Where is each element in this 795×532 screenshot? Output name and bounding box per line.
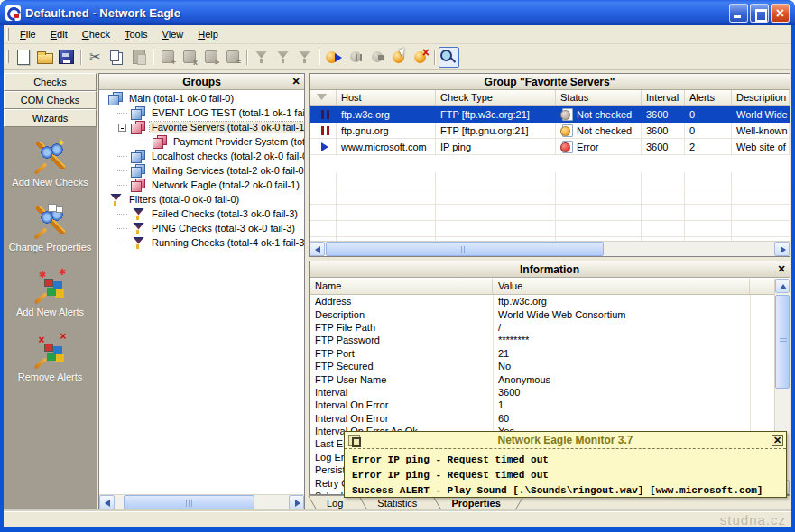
tree-item[interactable]: Favorite Servers (total-3 ok-0 fail-1) <box>99 120 304 134</box>
info-row[interactable]: FTP Port 21 <box>310 347 774 360</box>
sidebar-tab[interactable]: Checks <box>4 73 97 91</box>
tree-expander[interactable] <box>139 137 149 147</box>
start-check-button[interactable] <box>200 47 221 68</box>
menu-item[interactable]: View <box>155 26 191 42</box>
delete-check-button[interactable] <box>179 47 199 68</box>
maximize-button[interactable] <box>750 4 769 23</box>
column-filter-icon[interactable] <box>310 90 337 105</box>
check-row[interactable]: www.microsoft.com IP ping Error 3600 2 W… <box>310 139 790 155</box>
menu-item[interactable]: Check <box>75 26 117 42</box>
sidebar-action[interactable]: Add New Checks <box>4 142 97 188</box>
run-all-button[interactable] <box>323 47 344 68</box>
scroll-up-icon[interactable] <box>775 279 790 293</box>
sidebar-action[interactable]: Change Properties <box>4 206 97 252</box>
new-check-button[interactable] <box>157 47 178 68</box>
tree-expander[interactable] <box>117 151 127 161</box>
menu-gripper[interactable] <box>6 28 9 41</box>
close-button[interactable] <box>771 4 790 23</box>
tree-item[interactable]: Localhost checks (total-2 ok-0 fail-0) <box>99 149 304 163</box>
popup-title-bar[interactable]: Network Eagle Monitor 3.7 ✕ <box>345 432 786 449</box>
stop-check-button[interactable] <box>222 47 243 68</box>
column-host[interactable]: Host <box>337 90 436 105</box>
menu-item[interactable]: Help <box>190 26 226 42</box>
menu-item[interactable]: Edit <box>43 26 75 42</box>
copy-button[interactable] <box>106 47 127 68</box>
groups-close-icon[interactable]: ✕ <box>290 76 302 88</box>
tree-item[interactable]: EVENT LOG TEST (total-1 ok-1 fail-0) <box>99 105 304 120</box>
search-button[interactable] <box>439 47 459 68</box>
info-row[interactable]: FTP Password ******** <box>310 334 774 346</box>
check-row[interactable]: ftp.gnu.org FTP [ftp.gnu.org:21] Not che… <box>310 123 790 139</box>
info-row[interactable]: Interval 3600 <box>310 386 774 399</box>
tree-expander[interactable] <box>117 166 127 176</box>
tree-item[interactable]: PING Checks (total-3 ok-0 fail-3) <box>99 221 304 235</box>
info-row[interactable]: Interval On Error 60 <box>310 412 774 425</box>
toolbar-item[interactable] <box>244 47 250 68</box>
column-check-type[interactable]: Check Type <box>436 90 556 105</box>
tree-item[interactable]: Mailing Services (total-2 ok-0 fail-0) <box>99 163 304 178</box>
paste-button[interactable] <box>128 47 149 68</box>
new-filter-button[interactable] <box>251 47 272 68</box>
new-file-button[interactable] <box>13 47 33 68</box>
minimize-button[interactable] <box>729 4 748 23</box>
edit-alerts-button[interactable] <box>388 47 409 68</box>
tree-expander[interactable] <box>103 94 105 104</box>
tree-expander[interactable] <box>117 224 127 234</box>
column-interval[interactable]: Interval <box>642 90 685 105</box>
scroll-right-icon[interactable] <box>289 495 304 509</box>
popup-monitor-icon[interactable] <box>348 435 360 446</box>
groups-horizontal-scrollbar[interactable] <box>99 494 304 509</box>
info-row[interactable]: FTP User Name Anonymous <box>310 372 774 385</box>
open-file-button[interactable] <box>34 47 55 68</box>
tree-expander[interactable] <box>117 180 127 190</box>
column-alerts[interactable]: Alerts <box>685 90 732 105</box>
sidebar-action[interactable]: Remove Alerts <box>4 336 97 382</box>
scroll-right-icon[interactable] <box>774 242 790 256</box>
stop-all-button[interactable] <box>366 47 387 68</box>
tree-item[interactable]: Running Checks (total-4 ok-1 fail-3) <box>99 235 304 250</box>
title-bar[interactable]: Default.ned - Network Eagle <box>0 0 795 25</box>
info-row[interactable]: FTP File Path / <box>310 321 774 334</box>
info-row[interactable]: Address ftp.w3c.org <box>310 295 774 307</box>
save-file-button[interactable] <box>56 47 77 68</box>
tree-expander[interactable] <box>117 209 127 219</box>
info-close-icon[interactable]: ✕ <box>775 263 788 276</box>
scroll-thumb[interactable] <box>124 495 254 509</box>
column-value[interactable]: Value <box>493 279 750 294</box>
menu-item[interactable]: Tools <box>117 26 155 42</box>
cut-button[interactable] <box>85 47 106 68</box>
tree-expander[interactable] <box>117 123 127 133</box>
tree-item[interactable]: Main (total-1 ok-0 fail-0) <box>99 91 304 105</box>
toolbar-item[interactable] <box>431 47 438 68</box>
column-description[interactable]: Description <box>732 90 790 105</box>
column-status[interactable]: Status <box>556 90 642 105</box>
column-name[interactable]: Name <box>310 279 493 294</box>
scroll-left-icon[interactable] <box>99 495 115 509</box>
delete-filter-button[interactable] <box>294 47 315 68</box>
sidebar-tab[interactable]: Wizards <box>4 109 97 127</box>
sidebar-action[interactable]: Add New Alerts <box>4 271 97 317</box>
edit-filter-button[interactable] <box>273 47 293 68</box>
tree-expander[interactable] <box>117 108 127 118</box>
menu-item[interactable]: File <box>13 26 43 42</box>
toolbar-item[interactable] <box>150 47 156 68</box>
tree-expander[interactable] <box>103 195 105 205</box>
tree-item[interactable]: Network Eagle (total-2 ok-0 fail-1) <box>99 178 304 192</box>
delete-alerts-button[interactable] <box>410 47 430 68</box>
sidebar-tab[interactable]: COM Checks <box>4 91 97 109</box>
info-row[interactable]: Description World Wide Web Consortium <box>310 307 774 320</box>
info-row[interactable]: Interval On Error 1 <box>310 399 774 411</box>
check-row[interactable]: ftp.w3c.org FTP [ftp.w3c.org:21] Not che… <box>310 106 790 123</box>
scroll-thumb[interactable] <box>775 295 790 389</box>
scroll-left-icon[interactable] <box>310 242 325 256</box>
checks-horizontal-scrollbar[interactable] <box>310 241 790 256</box>
tree-item[interactable]: Filters (total-0 ok-0 fail-0) <box>99 192 304 206</box>
toolbar-gripper[interactable] <box>6 50 9 63</box>
monitor-popup[interactable]: Network Eagle Monitor 3.7 ✕ Error IP pin… <box>344 431 787 498</box>
info-row[interactable]: FTP Secured No <box>310 360 774 372</box>
popup-close-icon[interactable]: ✕ <box>772 435 783 446</box>
tree-expander[interactable] <box>117 238 127 248</box>
scroll-thumb[interactable] <box>326 242 604 256</box>
tree-item[interactable]: Failed Checks (total-3 ok-0 fail-3) <box>99 206 304 221</box>
toolbar-item[interactable] <box>78 47 84 68</box>
